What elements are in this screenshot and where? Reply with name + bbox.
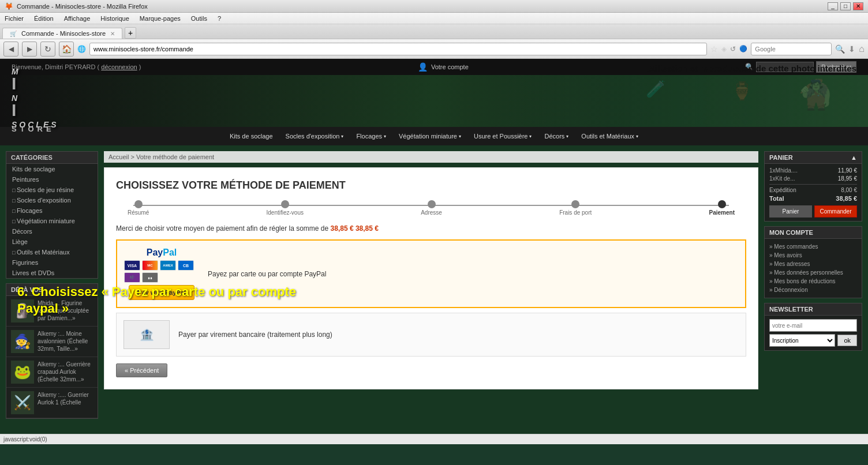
newsletter-title: NEWSLETTER <box>765 303 862 316</box>
payment-info-text: Merci de choisir votre moyen de paiement… <box>116 224 328 232</box>
window-controls: _ □ ✕ <box>828 2 863 10</box>
account-mes-adresses[interactable]: Mes adresses <box>769 260 857 268</box>
sidebar-peintures[interactable]: Peintures <box>6 174 98 185</box>
cart-section: PANIER ▲ 1xMhida.... 11,90 € 1xKit de...… <box>764 151 862 222</box>
card-icon-visa: VISA <box>124 260 140 271</box>
newsletter-ok-button[interactable]: ok <box>837 335 857 346</box>
commander-button[interactable]: Commander <box>814 205 857 217</box>
card-icon-cb: CB <box>178 260 194 271</box>
sidebar-flocages[interactable]: Flocages <box>6 205 98 216</box>
sidebar-livres[interactable]: Livres et DVDs <box>6 268 98 278</box>
breadcrumb: Accueil > Votre méthode de paiement <box>104 151 758 163</box>
maximize-button[interactable]: □ <box>840 2 851 10</box>
sidebar-kits[interactable]: Kits de soclage <box>6 164 98 174</box>
site-logo[interactable]: MiNiSOCLeS STORE <box>12 69 59 133</box>
payment-info: Merci de choisir votre moyen de paiement… <box>116 224 746 232</box>
menu-historique[interactable]: Historique <box>98 15 132 22</box>
cart-total-price: 38,85 € <box>836 195 857 202</box>
step-label-identifiez: Identifiez-vous <box>266 209 303 216</box>
step-dot-resume <box>134 200 143 208</box>
browser-toolbar: ◀ ▶ ↻ 🏠 🌐 ☆ ◈ ↺ 🔵 🔍 ⬇ ⌂ <box>0 39 868 59</box>
newsletter-select[interactable]: Inscription <box>769 334 835 347</box>
menu-fichier[interactable]: Fichier <box>2 15 26 22</box>
menu-help[interactable]: ? <box>215 15 223 22</box>
account-mes-bons[interactable]: Mes bons de réductions <box>769 277 857 286</box>
tab-label: Commande - Minisocles-store <box>21 30 106 37</box>
search-bar[interactable] <box>751 43 832 55</box>
nav-item-vegetation[interactable]: Végétation miniature ▾ <box>393 127 467 145</box>
step-dot-frais <box>571 200 579 208</box>
bank-icon: 🏦 <box>124 320 170 349</box>
address-bar[interactable] <box>89 43 707 55</box>
account-mes-avoirs[interactable]: Mes avoirs <box>769 251 857 260</box>
forward-button[interactable]: ▶ <box>22 42 37 57</box>
account-link[interactable]: Votre compte <box>431 63 469 70</box>
new-tab-button[interactable]: + <box>125 27 136 39</box>
account-section: MON COMPTE Mes commandes Mes avoirs Mes … <box>764 226 862 298</box>
step-dot-paiement <box>718 200 726 208</box>
bank-option[interactable]: 🏦 Payer par virement bancaire (traitemen… <box>116 313 746 357</box>
tab-close-icon[interactable]: ✕ <box>110 31 115 37</box>
nav-item-flocages[interactable]: Flocages ▾ <box>350 127 392 145</box>
panier-button[interactable]: Panier <box>769 205 812 217</box>
cart-total-row: Total 38,85 € <box>769 195 857 202</box>
recent-item-2[interactable]: 🐸 Alkemy :... Guerrière crapaud Aurlok (… <box>6 357 98 388</box>
recent-text-2: Alkemy :... Guerrière crapaud Aurlok (Éc… <box>38 361 93 384</box>
sidebar-figurines[interactable]: Figurines <box>6 257 98 268</box>
active-tab[interactable]: 🛒 Commande - Minisocles-store ✕ <box>2 28 122 39</box>
cart-shipping-label: Expédition <box>769 187 796 193</box>
close-button[interactable]: ✕ <box>853 2 863 10</box>
cart-title: PANIER ▲ <box>765 152 862 164</box>
back-button[interactable]: ◀ <box>3 42 18 57</box>
sidebar-outils[interactable]: Outils et Matériaux <box>6 247 98 257</box>
account-mes-donnees[interactable]: Mes données personnelles <box>769 268 857 277</box>
menu-marquepages[interactable]: Marque-pages <box>137 15 183 22</box>
account-mes-commandes[interactable]: Mes commandes <box>769 242 857 251</box>
account-content: Mes commandes Mes avoirs Mes adresses Me… <box>765 239 862 298</box>
recent-item-3[interactable]: ⚔️ Alkemy :.... Guerrier Aurlok 1 (Échel… <box>6 388 98 418</box>
menu-outils[interactable]: Outils <box>189 15 209 22</box>
sidebar-vegetation[interactable]: Végétation miniature <box>6 216 98 226</box>
menu-affichage[interactable]: Affichage <box>62 15 93 22</box>
step-paiement: Paiement <box>709 200 735 216</box>
topbar-center: 👤 Votre compte <box>418 62 469 72</box>
nav-item-usure[interactable]: Usure et Poussière ▾ <box>468 127 538 145</box>
sidebar-socles-expo[interactable]: Socles d'exposition <box>6 195 98 205</box>
refresh-icon[interactable]: ↺ <box>730 45 736 53</box>
step-dot-adresse <box>428 200 436 208</box>
menu-edition[interactable]: Édition <box>32 15 56 22</box>
nav-item-socles[interactable]: Socles d'exposition ▾ <box>280 127 350 145</box>
newsletter-email-input[interactable] <box>769 319 857 332</box>
step-label-resume: Résumé <box>128 209 149 216</box>
card-icon-maestro: 🎼 <box>124 272 140 283</box>
sidebar-liege[interactable]: Liège <box>6 237 98 247</box>
step-label-paiement: Paiement <box>709 209 735 216</box>
refresh-button[interactable]: ↻ <box>40 42 55 57</box>
bookmark-star-icon[interactable]: ☆ <box>710 44 718 54</box>
breadcrumb-home[interactable]: Accueil <box>108 153 129 160</box>
sidebar-socles-resine[interactable]: Socles de jeu résine <box>6 185 98 195</box>
breadcrumb-separator: > <box>131 153 136 160</box>
nav-arrow-socles: ▾ <box>341 134 343 139</box>
deconnexion-link[interactable]: déconnexion <box>101 63 137 70</box>
nav-item-outils[interactable]: Outils et Matériaux ▾ <box>575 127 644 145</box>
search-icon[interactable]: 🔍 <box>835 44 845 54</box>
account-deconnexion[interactable]: Déconnexion <box>769 286 857 294</box>
google-icon: 🔵 <box>739 45 747 52</box>
recent-item-1[interactable]: 🧙 Alkemy :... Moine avalonnien (Échelle … <box>6 327 98 357</box>
annotation-overlay: 6. Choisissez « Payez par carte ou par c… <box>17 284 300 317</box>
account-icon: 👤 <box>418 62 428 72</box>
newsletter-content: Inscription ok <box>765 316 862 350</box>
home-icon[interactable]: ⌂ <box>859 44 865 54</box>
site-wrapper: Utilisation et reproduction de cette pho… <box>0 59 868 444</box>
home-button[interactable]: 🏠 <box>59 42 74 57</box>
breadcrumb-current: Votre méthode de paiement <box>136 153 214 160</box>
prev-button[interactable]: « Précédent <box>116 363 167 377</box>
sidebar-decors[interactable]: Décors <box>6 226 98 237</box>
minimize-button[interactable]: _ <box>828 2 838 10</box>
cart-total-label: Total <box>769 195 784 202</box>
nav-item-kits[interactable]: Kits de soclage <box>224 127 279 145</box>
download-icon[interactable]: ⬇ <box>848 44 855 54</box>
logo-sub: STORE <box>12 125 59 133</box>
nav-item-decors[interactable]: Décors ▾ <box>538 127 574 145</box>
